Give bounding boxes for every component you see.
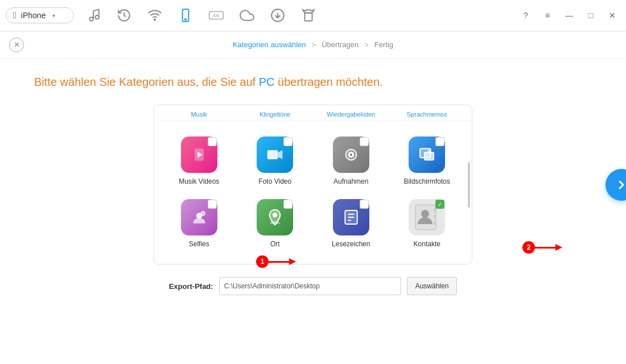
svg-rect-25 <box>425 152 434 160</box>
chevron-down-icon: ▾ <box>52 13 55 19</box>
music-icon[interactable] <box>84 6 102 24</box>
ios-icon[interactable]: iOS <box>207 6 225 24</box>
shirt-icon[interactable] <box>299 6 318 24</box>
partial-label-sprachmemos: Sprachmemos <box>389 107 466 120</box>
export-select-button[interactable]: Auswählen <box>407 277 458 295</box>
minimize-button[interactable]: — <box>561 7 577 23</box>
svg-rect-38 <box>434 222 436 225</box>
cat-label-musik-videos: Musik Videos <box>179 177 219 185</box>
breadcrumb-sep-1: > <box>312 40 316 49</box>
svg-point-7 <box>154 19 155 20</box>
menu-button[interactable]: ≡ <box>539 7 555 23</box>
svg-line-4 <box>93 9 99 11</box>
svg-marker-20 <box>278 150 283 159</box>
svg-line-6 <box>124 15 126 16</box>
cat-icon-wrapper-selfies <box>181 199 217 235</box>
cat-checkbox-ort[interactable] <box>283 200 293 209</box>
category-grid: Musik Videos <box>154 121 472 264</box>
close-button[interactable]: ✕ <box>604 7 620 23</box>
cat-item-lesezeichen[interactable]: Lesezeichen <box>313 192 389 255</box>
breadcrumb-step-3: Fertig <box>374 40 393 49</box>
svg-point-39 <box>421 210 429 218</box>
breadcrumb-step-1[interactable]: Kategorien auswählen <box>233 40 306 49</box>
svg-point-10 <box>185 19 186 20</box>
cat-item-musik-videos[interactable]: Musik Videos <box>161 130 237 192</box>
export-label: Export-Pfad: <box>169 282 213 291</box>
cat-item-ort[interactable]: Ort <box>237 192 314 255</box>
cat-icon-wrapper-kontakte: ✓ <box>409 199 445 235</box>
svg-point-28 <box>201 212 205 216</box>
cat-label-selfies: Selfies <box>189 240 209 248</box>
cat-item-kontakte[interactable]: ✓ Kontakte <box>389 192 466 255</box>
cat-checkbox-kontakte[interactable]: ✓ <box>435 200 444 209</box>
history-icon[interactable] <box>115 6 133 24</box>
title-bar-left:  iPhone ▾ <box>6 6 318 24</box>
cat-checkbox-selfies[interactable] <box>208 200 217 209</box>
main-heading: Bitte wählen Sie Kategorien aus, die Sie… <box>34 76 592 89</box>
cat-icon-wrapper-bildschirmfotos <box>409 136 445 173</box>
device-name-label: iPhone <box>21 11 46 20</box>
content-area: Musik Klingeltöne Wiedergabelisten Sprac… <box>34 105 592 295</box>
export-path-input[interactable] <box>219 277 401 295</box>
breadcrumb-sep-2: > <box>364 40 369 49</box>
title-bar:  iPhone ▾ <box>0 0 626 31</box>
breadcrumb-bar: ✕ Kategorien auswählen > Übertragen > Fe… <box>0 31 626 59</box>
maximize-button[interactable]: □ <box>583 7 599 23</box>
download-icon[interactable] <box>269 6 287 24</box>
center-wrapper: Musik Klingeltöne Wiedergabelisten Sprac… <box>34 105 592 264</box>
cat-checkbox-lesezeichen[interactable] <box>360 200 369 209</box>
phone-device-icon[interactable] <box>176 6 195 24</box>
partial-label-wiedergabe: Wiedergabelisten <box>313 107 389 120</box>
cat-icon-wrapper-musik-videos <box>181 136 217 173</box>
partial-label-musik: Musik <box>161 107 237 120</box>
category-container: Musik Klingeltöne Wiedergabelisten Sprac… <box>154 105 472 264</box>
wifi-icon[interactable] <box>146 6 164 24</box>
cat-icon-wrapper-aufnahmen <box>333 136 369 173</box>
main-content: Bitte wählen Sie Kategorien aus, die Sie… <box>0 59 626 307</box>
cat-label-bildschirmfotos: Bildschirmfotos <box>404 177 450 185</box>
svg-rect-19 <box>267 150 278 159</box>
breadcrumb-step-2[interactable]: Übertragen <box>322 40 359 49</box>
svg-point-1 <box>95 15 99 19</box>
cat-item-aufnahmen[interactable]: Aufnahmen <box>313 130 389 192</box>
cat-icon-wrapper-lesezeichen <box>333 199 369 235</box>
cat-checkbox-foto-video[interactable] <box>283 137 293 146</box>
close-icon: ✕ <box>14 40 20 49</box>
cat-item-selfies[interactable]: Selfies <box>161 192 237 255</box>
cat-checkbox-aufnahmen[interactable] <box>360 137 369 146</box>
cat-label-aufnahmen: Aufnahmen <box>333 177 368 185</box>
breadcrumb-close-button[interactable]: ✕ <box>9 38 24 52</box>
chevron-right-icon <box>615 178 626 192</box>
svg-text:iOS: iOS <box>213 14 220 18</box>
cat-checkbox-musik-videos[interactable] <box>208 137 217 146</box>
partial-label-klingeltoene: Klingeltöne <box>237 107 314 120</box>
cat-label-kontakte: Kontakte <box>414 240 440 248</box>
cat-item-bildschirmfotos[interactable]: Bildschirmfotos <box>389 130 466 192</box>
scrollbar[interactable] <box>468 162 470 208</box>
svg-point-0 <box>90 17 94 21</box>
cat-icon-wrapper-foto-video <box>257 136 293 173</box>
cat-label-ort: Ort <box>270 240 280 248</box>
cat-label-foto-video: Foto Video <box>258 177 291 185</box>
apple-logo-icon:  <box>13 10 17 20</box>
cat-item-foto-video[interactable]: Foto Video <box>237 130 314 192</box>
toolbar-icons: iOS <box>84 6 318 24</box>
next-button[interactable] <box>606 169 626 201</box>
partial-row: Musik Klingeltöne Wiedergabelisten Sprac… <box>154 105 472 121</box>
export-bar: Export-Pfad: Auswählen <box>34 277 592 295</box>
cat-icon-wrapper-ort <box>257 199 293 235</box>
help-button[interactable]: ? <box>518 7 534 23</box>
device-selector[interactable]:  iPhone ▾ <box>6 7 74 23</box>
cat-label-lesezeichen: Lesezeichen <box>332 240 370 248</box>
cat-checkbox-bildschirmfotos[interactable] <box>435 137 444 146</box>
svg-rect-15 <box>305 13 312 21</box>
cloud-icon[interactable] <box>238 6 256 24</box>
svg-rect-37 <box>434 215 436 218</box>
title-bar-right: ? ≡ — □ ✕ <box>518 7 620 23</box>
svg-point-23 <box>350 154 352 156</box>
annotation-2: 2 <box>522 241 558 254</box>
